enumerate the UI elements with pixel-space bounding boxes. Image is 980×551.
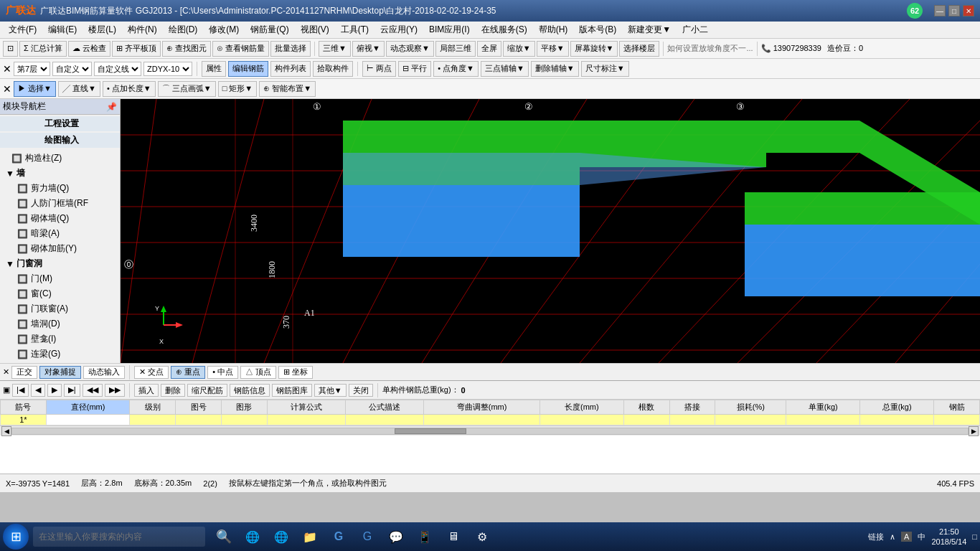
- menu-item[interactable]: 广小二: [677, 22, 714, 37]
- sidebar-item-lintel[interactable]: 🔲过梁(G): [0, 362, 120, 363]
- select-button[interactable]: ▶ 选择▼: [14, 81, 56, 97]
- menu-item[interactable]: 帮助(H): [533, 22, 574, 37]
- delete-button[interactable]: 删除: [161, 384, 185, 397]
- batch-select-button[interactable]: 批量选择: [270, 41, 311, 57]
- sidebar-item-shear-wall[interactable]: 🔲剪力墙(Q): [0, 181, 120, 196]
- snap-intersection-button[interactable]: ✕ 交点: [134, 366, 169, 379]
- snap-object-button[interactable]: 对象捕捉: [39, 366, 81, 379]
- scroll-track[interactable]: [11, 428, 969, 435]
- menu-item[interactable]: 在线服务(S): [476, 22, 533, 37]
- restore-button[interactable]: □: [948, 5, 960, 17]
- align-top-button[interactable]: ⊞ 齐平板顶: [112, 41, 161, 57]
- snap-center-button[interactable]: • 中点: [207, 366, 238, 379]
- sidebar-item-wall-hole[interactable]: 🔲墙洞(D): [0, 316, 120, 331]
- scroll-left-button[interactable]: ◀: [1, 426, 11, 436]
- nav-first-button[interactable]: |◀: [12, 384, 29, 397]
- sidebar-group-openings[interactable]: ▼ 门窗洞: [0, 256, 120, 271]
- dynamic-observe-button[interactable]: 动态观察▼: [386, 41, 434, 57]
- menu-item[interactable]: 钢筋量(Q): [245, 22, 294, 37]
- menu-item[interactable]: 版本号(B): [573, 22, 622, 37]
- rebar-library-button[interactable]: 钢筋图库: [272, 384, 312, 397]
- menu-item[interactable]: 绘图(D): [163, 22, 204, 37]
- top-view-button[interactable]: 俯视▼: [352, 41, 385, 57]
- view-type-select[interactable]: 自定义: [52, 62, 92, 76]
- menu-item[interactable]: 构件(N): [122, 22, 163, 37]
- sidebar-item-window[interactable]: 🔲窗(C): [0, 286, 120, 301]
- menu-item[interactable]: BIM应用(I): [423, 22, 476, 37]
- caret-up-icon[interactable]: ∧: [890, 532, 895, 542]
- task-app1[interactable]: 🌐: [240, 524, 265, 550]
- table-row[interactable]: 1*: [1, 415, 980, 425]
- fullscreen-button[interactable]: 全屏: [477, 41, 501, 57]
- snap-dynamic-button[interactable]: 动态输入: [83, 366, 125, 379]
- nav-next-button[interactable]: ▶: [47, 384, 62, 397]
- sidebar-item-niche[interactable]: 🔲壁龛(I): [0, 331, 120, 347]
- snap-coord-button[interactable]: ⊞ 坐标: [278, 366, 313, 379]
- three-arc-button[interactable]: ⌒ 三点画弧▼: [158, 81, 216, 97]
- close-table-button[interactable]: 关闭: [349, 384, 373, 397]
- find-element-button[interactable]: ⊕ 查找图元: [162, 41, 211, 57]
- sidebar-item-masonry-wall[interactable]: 🔲砌体墙(Q): [0, 211, 120, 226]
- point-length-button[interactable]: • 点加长度▼: [103, 81, 156, 97]
- sidebar-pin-icon[interactable]: 📌: [106, 102, 117, 112]
- scroll-right-button[interactable]: ▶: [969, 426, 979, 436]
- hscrollbar[interactable]: ◀ ▶: [0, 425, 980, 435]
- sidebar-item-project-settings[interactable]: 工程设置: [0, 116, 120, 131]
- sidebar-item-coupling-beam[interactable]: 🔲连梁(G): [0, 347, 120, 362]
- scale-rebar-button[interactable]: 缩尺配筋: [187, 384, 227, 397]
- property-button[interactable]: 属性: [202, 61, 226, 77]
- local-3d-button[interactable]: 局部三维: [435, 41, 476, 57]
- menu-item[interactable]: 云应用(Y): [374, 22, 423, 37]
- menu-item[interactable]: 新建变更▼: [622, 22, 677, 37]
- snap-midpoint-button[interactable]: ⊕ 重点: [171, 366, 205, 379]
- axis-line-select[interactable]: 自定义线: [94, 62, 141, 76]
- point-angle-button[interactable]: • 点角度▼: [433, 61, 479, 77]
- scroll-thumb[interactable]: [395, 428, 466, 434]
- minimize-button[interactable]: —: [934, 5, 946, 17]
- sidebar-item-drawing-input[interactable]: 绘图输入: [0, 133, 120, 148]
- menu-item[interactable]: 工具(T): [335, 22, 374, 37]
- component-list-button[interactable]: 构件列表: [270, 61, 311, 77]
- rectangle-button[interactable]: □ 矩形▼: [218, 81, 258, 97]
- sidebar-item-hidden-beam[interactable]: 🔲暗梁(A): [0, 226, 120, 241]
- start-button[interactable]: ⊞: [3, 524, 29, 550]
- sidebar-item-structural-column[interactable]: 🔲 构造柱(Z): [0, 151, 120, 166]
- other-button[interactable]: 其他▼: [314, 384, 347, 397]
- system-clock[interactable]: 21:50 2018/5/14: [931, 527, 966, 547]
- new-button[interactable]: ⊡: [3, 41, 18, 57]
- task-app8[interactable]: 🖥: [440, 524, 466, 550]
- menu-item[interactable]: 楼层(L): [83, 22, 122, 37]
- close-button[interactable]: ✕: [963, 5, 974, 17]
- delete-axis-button[interactable]: 删除辅轴▼: [531, 61, 579, 77]
- pick-component-button[interactable]: 拾取构件: [313, 61, 353, 77]
- task-app2[interactable]: 🌐: [268, 524, 294, 550]
- view-rebar-button[interactable]: ⊙ 查看钢筋量: [212, 41, 269, 57]
- nav-prev-button[interactable]: ◀: [31, 384, 45, 397]
- task-app3[interactable]: 📁: [297, 524, 323, 550]
- sidebar-item-door-window[interactable]: 🔲门联窗(A): [0, 301, 120, 316]
- snap-ortho-button[interactable]: 正交: [11, 366, 37, 379]
- floor-select[interactable]: 第7层: [14, 62, 50, 76]
- ime-icon[interactable]: 中: [918, 532, 925, 542]
- task-app9[interactable]: ⚙: [469, 524, 495, 550]
- notification-icon[interactable]: □: [972, 532, 977, 541]
- code-select[interactable]: ZDYX-10: [143, 62, 192, 76]
- task-app7[interactable]: 📱: [412, 524, 438, 550]
- task-app6[interactable]: 💬: [383, 524, 409, 550]
- edit-rebar-button[interactable]: 编辑钢筋: [228, 61, 268, 77]
- nav-last2-button[interactable]: ▶▶: [105, 384, 125, 397]
- nav-first2-button[interactable]: ◀◀: [83, 384, 103, 397]
- select-floor-button[interactable]: 选择楼层: [619, 41, 659, 57]
- canvas-area[interactable]: 3400 1800 370 ① ② ③ ⓪ A1: [121, 99, 980, 363]
- menu-item[interactable]: 修改(M): [203, 22, 245, 37]
- taskbar-search-input[interactable]: [33, 527, 205, 547]
- cell-diameter[interactable]: [46, 415, 130, 425]
- sidebar-item-civil-door-wall[interactable]: 🔲人防门框墙(RF: [0, 196, 120, 211]
- sidebar-item-masonry-rebar[interactable]: 🔲砌体加筋(Y): [0, 241, 120, 256]
- menu-item[interactable]: 文件(F): [3, 22, 42, 37]
- summary-button[interactable]: Σ 汇总计算: [19, 41, 67, 57]
- smart-layout-button[interactable]: ⊕ 智能布置▼: [259, 81, 316, 97]
- nav-last-button[interactable]: ▶|: [64, 384, 80, 397]
- parallel-button[interactable]: ⊟ 平行: [398, 61, 431, 77]
- task-app4[interactable]: G: [326, 524, 352, 550]
